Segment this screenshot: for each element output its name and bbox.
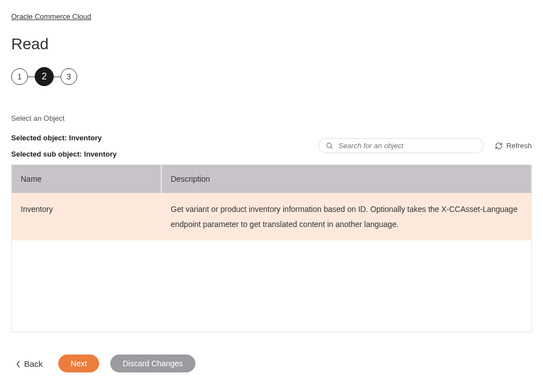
section-label: Select an Object [11, 114, 532, 122]
column-header-description[interactable]: Description [162, 165, 531, 193]
cell-description: Get variant or product inventory informa… [162, 193, 531, 240]
discard-button[interactable]: Discard Changes [110, 355, 195, 372]
cell-name: Inventory [12, 193, 162, 226]
step-2[interactable]: 2 [35, 67, 54, 86]
back-button[interactable]: ❮ Back [11, 359, 47, 369]
object-table: Name Description Inventory Get variant o… [11, 164, 532, 332]
search-icon [326, 142, 334, 150]
table-header: Name Description [12, 165, 531, 193]
chevron-left-icon: ❮ [16, 360, 21, 367]
step-connector [54, 77, 60, 77]
back-label: Back [24, 359, 43, 369]
column-header-name[interactable]: Name [12, 165, 162, 193]
table-row[interactable]: Inventory Get variant or product invento… [12, 193, 531, 240]
refresh-label: Refresh [506, 141, 532, 150]
stepper: 1 2 3 [11, 67, 532, 86]
search-box[interactable] [319, 138, 484, 153]
svg-point-0 [327, 143, 331, 147]
footer-actions: ❮ Back Next Discard Changes [11, 355, 532, 372]
page-title: Read [11, 35, 532, 53]
step-3[interactable]: 3 [60, 68, 77, 85]
refresh-button[interactable]: Refresh [495, 141, 532, 150]
refresh-icon [495, 142, 503, 150]
step-connector [28, 77, 35, 77]
step-1[interactable]: 1 [11, 68, 28, 85]
svg-line-1 [331, 147, 333, 148]
breadcrumb-link[interactable]: Oracle Commerce Cloud [11, 12, 91, 21]
next-button[interactable]: Next [58, 355, 99, 372]
search-input[interactable] [338, 141, 476, 150]
